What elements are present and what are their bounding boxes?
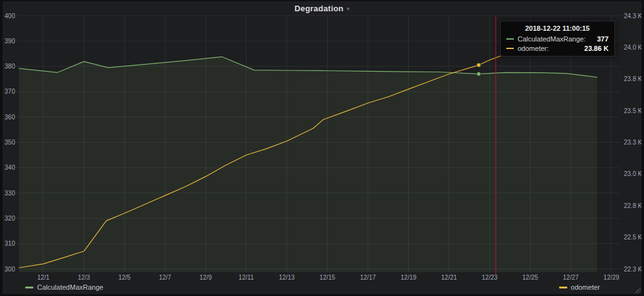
- y-axis-right-tick-label: 24.3 K: [624, 13, 641, 19]
- x-axis-tick-label: 12/13: [279, 274, 294, 281]
- y-axis-left-tick-label: 390: [4, 38, 15, 45]
- y-axis-left-tick-label: 370: [4, 88, 15, 95]
- x-axis-tick-label: 12/9: [199, 274, 212, 281]
- odometer-hover-point: [477, 63, 481, 67]
- legend-label[interactable]: odometer: [571, 283, 600, 291]
- degradation-panel: Degradation ▾ 30031032033034035036037038…: [3, 1, 641, 294]
- y-axis-left-tick-label: 310: [4, 240, 15, 247]
- tooltip-timestamp: 2018-12-22 11:00:15: [506, 25, 609, 32]
- y-axis-right-tick-label: 22.3 K: [624, 266, 641, 273]
- x-axis-tick-label: 12/25: [523, 274, 538, 281]
- y-axis-right-tick-label: 23.5 K: [624, 107, 641, 114]
- y-axis-left-tick-label: 340: [4, 164, 15, 171]
- legend-item-calculatedmaxrange[interactable]: CalculatedMaxRange: [25, 282, 103, 292]
- y-axis-right-tick-label: 24.0 K: [624, 44, 641, 51]
- tooltip-series-label: CalculatedMaxRange:: [518, 35, 586, 43]
- x-axis-tick-label: 12/7: [159, 274, 172, 281]
- y-axis-left-tick-label: 330: [4, 190, 15, 197]
- x-axis-tick-label: 12/1: [37, 274, 50, 281]
- x-axis-tick-label: 12/3: [78, 274, 91, 281]
- y-axis-right-tick-label: 23.0 K: [624, 170, 641, 177]
- y-axis-right-tick-label: 23.8 K: [624, 75, 641, 82]
- y-axis-right-tick-label: 22.5 K: [624, 234, 641, 241]
- calculatedmaxrange-hover-point: [477, 72, 481, 76]
- x-axis-tick-label: 12/5: [118, 274, 131, 281]
- x-axis-tick-label: 12/27: [563, 274, 579, 281]
- y-axis-right-tick-label: 22.8 K: [624, 202, 641, 209]
- tooltip-row: CalculatedMaxRange: 377: [506, 35, 609, 43]
- y-axis-right-tick-label: 23.3 K: [624, 139, 641, 146]
- tooltip-series-label: odometer:: [518, 45, 549, 52]
- x-axis-tick-label: 12/17: [360, 274, 376, 281]
- x-axis-tick-label: 12/23: [482, 274, 497, 281]
- x-axis-tick-label: 12/19: [401, 274, 416, 281]
- legend-item-odometer[interactable]: odometer: [559, 282, 600, 292]
- calculatedmaxrange-legend-swatch-icon: [25, 287, 33, 288]
- x-axis-tick-label: 12/21: [441, 274, 457, 281]
- tooltip-series-value: 23.86 K: [573, 45, 609, 52]
- x-axis-tick-label: 12/15: [319, 274, 335, 281]
- calculatedmaxrange-swatch-icon: [506, 38, 514, 40]
- y-axis-left-tick-label: 320: [4, 215, 15, 222]
- y-axis-left-tick-label: 380: [4, 63, 15, 70]
- x-axis-tick-label: 12/11: [238, 274, 254, 281]
- y-axis-left-tick-label: 350: [4, 139, 15, 146]
- odometer-swatch-icon: [506, 48, 514, 49]
- y-axis-left-tick-label: 360: [4, 114, 15, 121]
- odometer-legend-swatch-icon: [559, 287, 567, 288]
- panel-resize-handle[interactable]: [635, 287, 641, 293]
- series-calculatedmaxrange-fill: [19, 57, 597, 272]
- tooltip-series-value: 377: [586, 35, 608, 43]
- tooltip-row: odometer: 23.86 K: [506, 45, 609, 52]
- legend-label[interactable]: CalculatedMaxRange: [37, 283, 103, 291]
- graph-tooltip: 2018-12-22 11:00:15 CalculatedMaxRange: …: [500, 21, 615, 57]
- x-axis-tick-label: 12/29: [604, 274, 619, 281]
- y-axis-left-tick-label: 400: [4, 13, 15, 19]
- y-axis-left-tick-label: 300: [4, 266, 15, 273]
